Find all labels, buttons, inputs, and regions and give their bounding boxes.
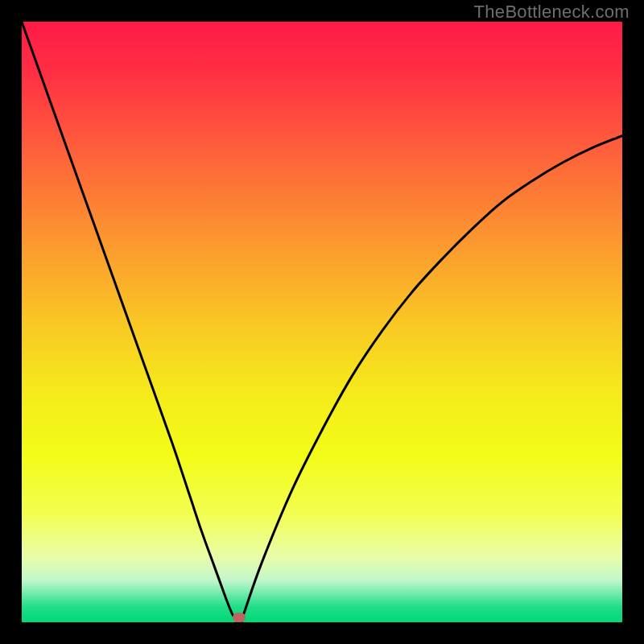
chart-frame: TheBottleneck.com xyxy=(0,0,644,644)
plot-area xyxy=(22,22,622,622)
optimum-point-marker xyxy=(233,613,246,622)
bottleneck-curve xyxy=(22,22,622,622)
watermark-text: TheBottleneck.com xyxy=(474,2,630,23)
